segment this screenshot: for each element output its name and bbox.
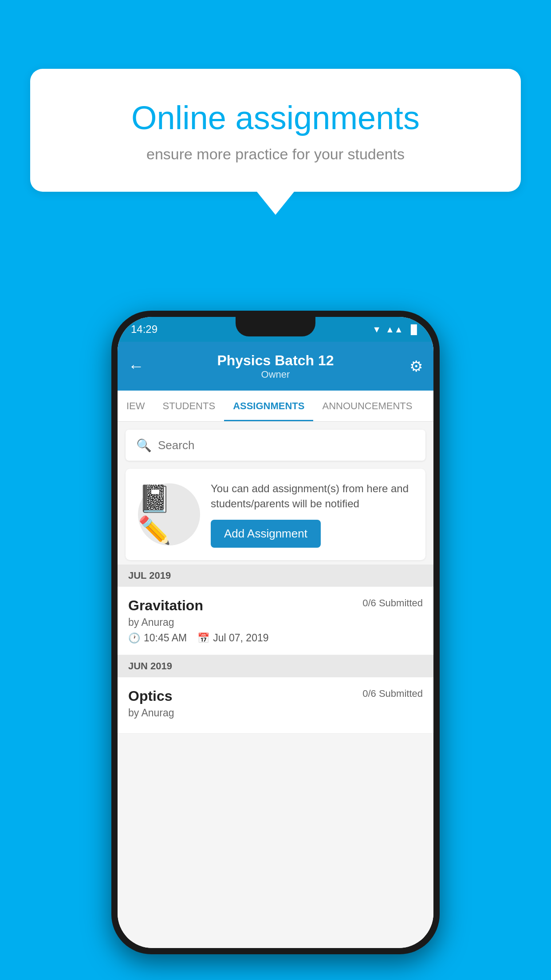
wifi-icon: ▼ — [372, 324, 381, 335]
tab-students[interactable]: STUDENTS — [154, 391, 224, 421]
assignment-author: by Anurag — [128, 616, 423, 628]
notebook-icon: 📓✏️ — [138, 483, 200, 546]
phone-frame: 14:29 ▼ ▲▲ ▐▌ ← Physics Batch 12 Owner ⚙… — [111, 311, 440, 954]
assignment-gravitation[interactable]: Gravitation 0/6 Submitted by Anurag 🕐 10… — [118, 587, 433, 655]
promo-icon-circle: 📓✏️ — [138, 483, 200, 545]
status-icons: ▼ ▲▲ ▐▌ — [372, 324, 420, 335]
section-jul-2019: JUL 2019 — [118, 565, 433, 587]
promo-right: You can add assignment(s) from here and … — [211, 481, 413, 548]
tab-announcements[interactable]: ANNOUNCEMENTS — [313, 391, 421, 421]
status-time: 14:29 — [131, 323, 157, 336]
assignment-optics[interactable]: Optics 0/6 Submitted by Anurag — [118, 677, 433, 734]
speech-bubble-container: Online assignments ensure more practice … — [30, 69, 521, 215]
optics-author: by Anurag — [128, 707, 423, 719]
phone-screen: 14:29 ▼ ▲▲ ▐▌ ← Physics Batch 12 Owner ⚙… — [118, 317, 433, 948]
calendar-icon: 📅 — [197, 632, 209, 644]
header-title: Physics Batch 12 — [217, 352, 334, 369]
speech-bubble-subtitle: ensure more practice for your students — [57, 146, 494, 163]
settings-icon[interactable]: ⚙ — [409, 357, 423, 375]
date-value: Jul 07, 2019 — [213, 632, 268, 644]
battery-icon: ▐▌ — [408, 324, 420, 335]
speech-bubble: Online assignments ensure more practice … — [30, 69, 521, 192]
clock-icon: 🕐 — [128, 632, 140, 644]
assignment-time: 🕐 10:45 AM — [128, 632, 187, 644]
time-value: 10:45 AM — [144, 632, 187, 644]
header-title-group: Physics Batch 12 Owner — [217, 352, 334, 380]
content-area: 🔍 📓✏️ You can add assignment(s) from her… — [118, 422, 433, 948]
speech-bubble-arrow — [257, 192, 294, 215]
section-jun-2019: JUN 2019 — [118, 655, 433, 677]
tab-iew[interactable]: IEW — [118, 391, 154, 421]
back-button[interactable]: ← — [128, 357, 144, 375]
assignment-date: 📅 Jul 07, 2019 — [197, 632, 268, 644]
search-input[interactable] — [158, 439, 415, 452]
tabs-bar: IEW STUDENTS ASSIGNMENTS ANNOUNCEMENTS — [118, 391, 433, 422]
assignment-top-optics: Optics 0/6 Submitted — [128, 688, 423, 704]
search-icon: 🔍 — [136, 438, 152, 453]
assignment-name: Gravitation — [128, 597, 203, 614]
screen-wrapper: ← Physics Batch 12 Owner ⚙ IEW STUDENTS … — [118, 342, 433, 948]
assignment-meta: 🕐 10:45 AM 📅 Jul 07, 2019 — [128, 632, 423, 644]
promo-description: You can add assignment(s) from here and … — [211, 481, 413, 511]
assignment-top: Gravitation 0/6 Submitted — [128, 597, 423, 614]
optics-name: Optics — [128, 688, 173, 704]
signal-icon: ▲▲ — [386, 324, 403, 335]
assignment-submitted: 0/6 Submitted — [362, 597, 423, 609]
header-subtitle: Owner — [217, 369, 334, 380]
speech-bubble-title: Online assignments — [57, 100, 494, 136]
search-bar: 🔍 — [126, 430, 425, 461]
optics-submitted: 0/6 Submitted — [362, 688, 423, 699]
add-assignment-button[interactable]: Add Assignment — [211, 520, 321, 548]
promo-card: 📓✏️ You can add assignment(s) from here … — [126, 469, 425, 560]
notch — [236, 317, 315, 336]
tab-assignments[interactable]: ASSIGNMENTS — [224, 391, 313, 421]
app-header: ← Physics Batch 12 Owner ⚙ — [118, 342, 433, 391]
